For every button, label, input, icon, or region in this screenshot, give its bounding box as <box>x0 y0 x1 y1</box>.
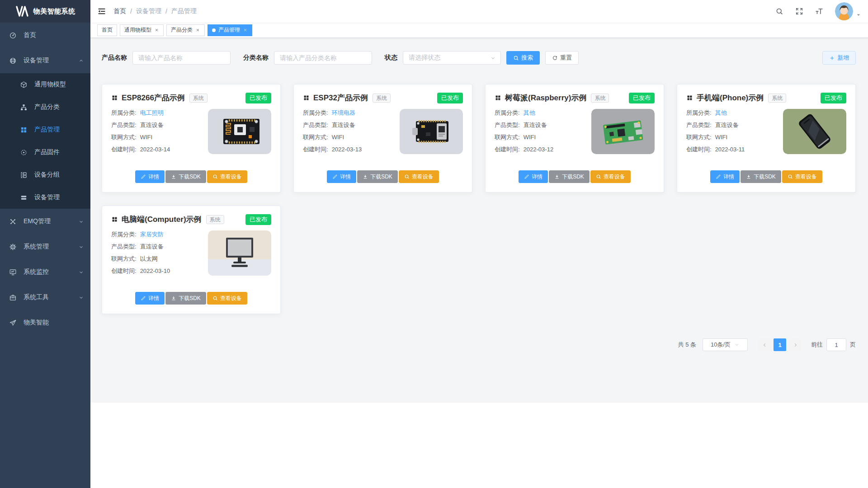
pagination-total: 共 5 条 <box>678 341 696 349</box>
sidebar-item-thing-model[interactable]: 通用物模型 <box>0 73 90 96</box>
status-label: 状态 <box>385 54 397 62</box>
created-label: 创建时间: <box>111 267 137 275</box>
download-sdk-button[interactable]: 下载SDK <box>165 170 206 183</box>
sidebar-item-product-category[interactable]: 产品分类 <box>0 96 90 118</box>
view-devices-button[interactable]: 查看设备 <box>590 170 631 183</box>
sidebar-item-device-list[interactable]: 设备管理 <box>0 186 90 209</box>
breadcrumb-item: 设备管理 <box>136 7 161 15</box>
download-sdk-button[interactable]: 下载SDK <box>165 292 206 305</box>
close-icon[interactable] <box>243 28 248 33</box>
user-menu[interactable] <box>835 2 861 20</box>
system-tag: 系统 <box>768 94 786 103</box>
edit-icon <box>716 174 721 179</box>
chevron-right-icon <box>793 342 798 348</box>
view-devices-button[interactable]: 查看设备 <box>207 292 247 305</box>
search-button[interactable]: 搜索 <box>506 51 540 65</box>
magnifier-icon <box>212 174 218 179</box>
reset-button[interactable]: 重置 <box>545 51 579 65</box>
tab-product-management[interactable]: 产品管理 <box>208 24 252 36</box>
category-link[interactable]: 环境电器 <box>332 109 355 117</box>
sidebar-item-system-monitor[interactable]: 系统监控 <box>0 259 90 285</box>
product-card: 手机端(Phone)示例 系统 已发布 所属分类:其他 产品类型:直连设备 联网… <box>677 84 856 192</box>
avatar[interactable] <box>835 2 853 20</box>
product-card: 树莓派(Raspberry)示例 系统 已发布 所属分类:其他 产品类型:直连设… <box>485 84 664 192</box>
product-card: ESP8266产品示例 系统 已发布 所属分类:电工照明 产品类型:直连设备 联… <box>102 84 281 192</box>
tab-home[interactable]: 首页 <box>97 24 117 36</box>
tab-product-category[interactable]: 产品分类 <box>166 24 205 36</box>
reset-button-label: 重置 <box>560 54 572 62</box>
font-size-icon[interactable] <box>815 7 823 15</box>
view-devices-button[interactable]: 查看设备 <box>782 170 822 183</box>
view-devices-label: 查看设备 <box>604 173 625 181</box>
prev-page-button[interactable] <box>758 338 771 351</box>
close-icon[interactable] <box>154 28 159 33</box>
view-devices-button[interactable]: 查看设备 <box>399 170 439 183</box>
logo-bar[interactable]: 物美智能系统 <box>0 0 90 23</box>
sidebar-item-product-management[interactable]: 产品管理 <box>0 118 90 141</box>
chevron-left-icon <box>762 342 768 348</box>
sidebar-item-home[interactable]: 首页 <box>0 23 90 48</box>
created-value: 2022-03-10 <box>140 267 170 274</box>
product-title: 树莓派(Raspberry)示例 <box>505 93 586 103</box>
category-link[interactable]: 其他 <box>715 109 727 117</box>
app-logo-icon <box>15 5 29 17</box>
add-button-label: 新增 <box>837 54 849 62</box>
page-size-select[interactable]: 10条/页 <box>703 338 748 351</box>
close-icon[interactable] <box>195 28 200 33</box>
sidebar-item-label: 物美智能 <box>24 319 49 327</box>
chevron-down-icon <box>78 295 84 300</box>
goto-page-input[interactable] <box>826 338 846 351</box>
network-value: 以太网 <box>140 255 158 263</box>
search-icon[interactable] <box>775 7 783 15</box>
grid-icon <box>111 216 118 223</box>
sidebar-toggle-icon[interactable] <box>97 7 106 16</box>
sidebar-item-product-firmware[interactable]: 产品固件 <box>0 141 90 164</box>
category-link[interactable]: 其他 <box>524 109 535 117</box>
sidebar-item-wumei-smart[interactable]: 物美智能 <box>0 310 90 335</box>
type-label: 产品类型: <box>495 121 520 129</box>
card-actions: 详情 下载SDK 查看设备 <box>111 292 271 305</box>
product-name-input[interactable] <box>132 51 231 65</box>
detail-button[interactable]: 详情 <box>327 170 356 183</box>
category-name-input[interactable] <box>274 51 372 65</box>
grid-icon <box>686 94 693 101</box>
breadcrumb: 首页/设备管理/产品管理 <box>113 7 197 15</box>
magnifier-icon <box>596 174 601 179</box>
view-devices-label: 查看设备 <box>412 173 434 181</box>
category-link[interactable]: 家居安防 <box>140 230 164 239</box>
sidebar-item-system-management[interactable]: 系统管理 <box>0 234 90 259</box>
sidebar-item-label: 产品管理 <box>34 126 60 134</box>
tab-label: 通用物模型 <box>124 26 151 34</box>
view-devices-button[interactable]: 查看设备 <box>207 170 247 183</box>
magnifier-icon <box>788 174 793 179</box>
category-link[interactable]: 电工照明 <box>140 109 164 117</box>
current-page-button[interactable]: 1 <box>774 338 786 351</box>
sidebar-item-device-management[interactable]: 设备管理 <box>0 48 90 73</box>
top-navbar: 首页/设备管理/产品管理 <box>90 0 868 23</box>
network-label: 联网方式: <box>111 133 137 141</box>
sidebar-item-emq-management[interactable]: EMQ管理 <box>0 209 90 234</box>
fullscreen-icon[interactable] <box>795 7 803 15</box>
detail-button[interactable]: 详情 <box>135 292 165 305</box>
detail-button[interactable]: 详情 <box>135 170 165 183</box>
status-badge: 已发布 <box>245 93 271 103</box>
caret-down-icon[interactable] <box>856 12 861 18</box>
download-sdk-button[interactable]: 下载SDK <box>357 170 398 183</box>
system-tag: 系统 <box>373 94 391 103</box>
next-page-button[interactable] <box>789 338 802 351</box>
add-button[interactable]: 新增 <box>822 51 856 65</box>
detail-button[interactable]: 详情 <box>519 170 548 183</box>
status-select[interactable]: 请选择状态 <box>403 51 501 65</box>
app-title: 物美智能系统 <box>33 7 75 16</box>
group-icon <box>20 171 28 179</box>
active-tab-dot <box>212 28 216 32</box>
sidebar-item-device-group[interactable]: 设备分组 <box>0 164 90 186</box>
download-sdk-button[interactable]: 下载SDK <box>741 170 781 183</box>
download-sdk-button[interactable]: 下载SDK <box>549 170 590 183</box>
tab-thing-model[interactable]: 通用物模型 <box>120 24 164 36</box>
sidebar-item-system-tools[interactable]: 系统工具 <box>0 285 90 310</box>
card-body: 所属分类:家居安防 产品类型:直连设备 联网方式:以太网 创建时间:2022-0… <box>111 230 271 279</box>
created-label: 创建时间: <box>111 145 137 154</box>
breadcrumb-item[interactable]: 首页 <box>113 7 126 15</box>
detail-button[interactable]: 详情 <box>710 170 740 183</box>
